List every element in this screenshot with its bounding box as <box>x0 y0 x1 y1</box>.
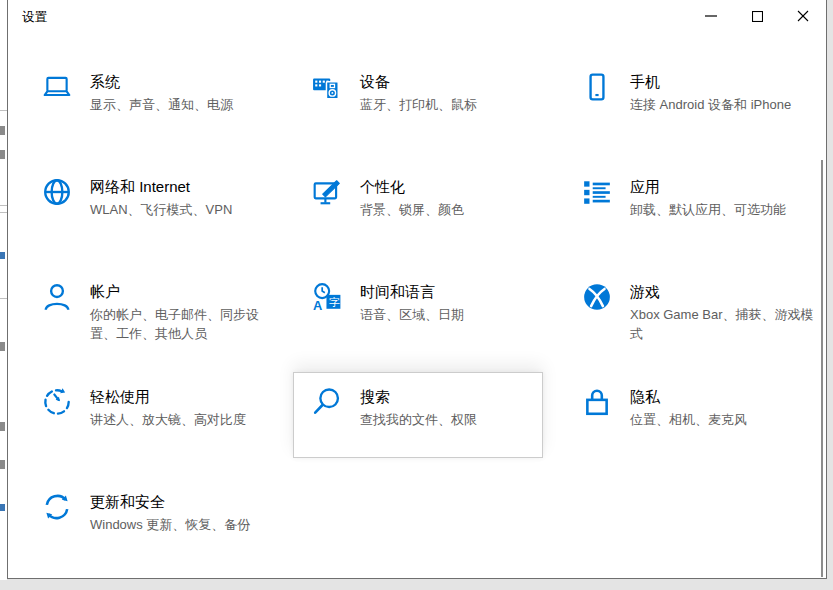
tile-title: 帐户 <box>90 282 120 302</box>
tile-subtitle: 显示、声音、通知、电源 <box>90 95 274 114</box>
tile-subtitle: 讲述人、放大镜、高对比度 <box>90 410 274 429</box>
tile-title: 系统 <box>90 72 120 92</box>
tile-subtitle: 背景、锁屏、颜色 <box>360 200 544 219</box>
clock-language-icon: 字A <box>312 282 342 312</box>
svg-text:A: A <box>313 298 322 312</box>
tile-subtitle: 你的帐户、电子邮件、同步设置、工作、其他人员 <box>90 305 274 343</box>
settings-tile-search[interactable]: 搜索查找我的文件、权限 <box>293 372 543 458</box>
laptop-icon <box>42 72 72 102</box>
settings-tile-ease-of-access[interactable]: 轻松使用讲述人、放大镜、高对比度 <box>23 372 273 458</box>
app-list-icon <box>582 177 612 207</box>
settings-window: 设置 系统显示、声音、通知、电源设备蓝牙、打印机、鼠标手机连接 Android … <box>7 0 827 579</box>
tile-title: 应用 <box>630 177 660 197</box>
xbox-icon <box>582 282 612 312</box>
tile-subtitle: 蓝牙、打印机、鼠标 <box>360 95 544 114</box>
minimize-button[interactable] <box>688 0 734 32</box>
settings-tile-time-language[interactable]: 字A时间和语言语音、区域、日期 <box>293 267 543 353</box>
settings-tile-system[interactable]: 系统显示、声音、通知、电源 <box>23 57 273 143</box>
settings-tile-phone[interactable]: 手机连接 Android 设备和 iPhone <box>563 57 813 143</box>
tile-title: 设备 <box>360 72 390 92</box>
tile-title: 游戏 <box>630 282 660 302</box>
tile-title: 轻松使用 <box>90 387 150 407</box>
tile-title: 搜索 <box>360 387 390 407</box>
window-title: 设置 <box>22 9 47 26</box>
person-icon <box>42 282 72 312</box>
settings-tile-update-security[interactable]: 更新和安全Windows 更新、恢复、备份 <box>23 477 273 563</box>
titlebar: 设置 <box>8 0 826 32</box>
tile-subtitle: 卸载、默认应用、可选功能 <box>630 200 814 219</box>
tile-title: 时间和语言 <box>360 282 435 302</box>
tile-title: 更新和安全 <box>90 492 165 512</box>
settings-tile-devices[interactable]: 设备蓝牙、打印机、鼠标 <box>293 57 543 143</box>
settings-tiles-grid: 系统显示、声音、通知、电源设备蓝牙、打印机、鼠标手机连接 Android 设备和… <box>23 57 813 563</box>
tile-subtitle: 连接 Android 设备和 iPhone <box>630 95 814 114</box>
tile-subtitle: 语音、区域、日期 <box>360 305 544 324</box>
tile-title: 网络和 Internet <box>90 177 190 197</box>
tile-subtitle: WLAN、飞行模式、VPN <box>90 200 274 219</box>
settings-tile-personalization[interactable]: 个性化背景、锁屏、颜色 <box>293 162 543 248</box>
keyboard-printer-icon <box>312 72 342 102</box>
maximize-button[interactable] <box>734 0 780 32</box>
maximize-icon <box>752 11 763 22</box>
search-icon <box>312 387 342 417</box>
settings-tile-accounts[interactable]: 帐户你的帐户、电子邮件、同步设置、工作、其他人员 <box>23 267 273 353</box>
settings-tile-network-internet[interactable]: 网络和 InternetWLAN、飞行模式、VPN <box>23 162 273 248</box>
sync-icon <box>42 492 72 522</box>
tile-subtitle: 查找我的文件、权限 <box>360 410 544 429</box>
close-icon <box>797 10 809 22</box>
lock-icon <box>582 387 612 417</box>
minimize-icon <box>705 15 717 17</box>
svg-text:字: 字 <box>329 296 340 308</box>
tile-subtitle: Windows 更新、恢复、备份 <box>90 515 274 534</box>
tile-title: 手机 <box>630 72 660 92</box>
close-button[interactable] <box>780 0 826 32</box>
settings-tile-gaming[interactable]: 游戏Xbox Game Bar、捕获、游戏模式 <box>563 267 813 353</box>
background-window-sliver <box>0 0 7 580</box>
tile-subtitle: 位置、相机、麦克风 <box>630 410 814 429</box>
scrollbar[interactable] <box>821 160 823 577</box>
ease-of-access-icon <box>42 387 72 417</box>
tile-title: 个性化 <box>360 177 405 197</box>
globe-icon <box>42 177 72 207</box>
tile-title: 隐私 <box>630 387 660 407</box>
display-brush-icon <box>312 177 342 207</box>
phone-icon <box>582 72 612 102</box>
settings-tile-apps[interactable]: 应用卸载、默认应用、可选功能 <box>563 162 813 248</box>
tile-subtitle: Xbox Game Bar、捕获、游戏模式 <box>630 305 814 343</box>
settings-tile-privacy[interactable]: 隐私位置、相机、麦克风 <box>563 372 813 458</box>
